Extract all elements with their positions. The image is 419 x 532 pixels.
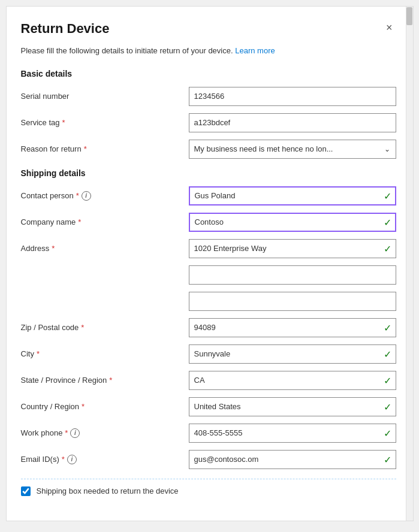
service-tag-required: * bbox=[62, 118, 65, 127]
serial-number-row: Serial number bbox=[21, 87, 396, 106]
basic-details-section: Basic details Serial number Service tag … bbox=[21, 69, 396, 159]
learn-more-link[interactable]: Learn more bbox=[235, 46, 275, 55]
email-info-icon[interactable]: i bbox=[67, 455, 77, 464]
scrollbar[interactable] bbox=[406, 7, 413, 521]
address2-input-container bbox=[189, 265, 396, 285]
country-required: * bbox=[82, 402, 85, 411]
shipping-box-row: Shipping box needed to return the device bbox=[21, 479, 396, 496]
contact-required: * bbox=[76, 191, 79, 200]
reason-return-select[interactable]: My business need is met hence no lon... bbox=[189, 140, 396, 159]
shipping-details-section: Shipping details Contact person * i ✓ Co… bbox=[21, 168, 396, 469]
address-required: * bbox=[52, 244, 55, 253]
country-row: Country / Region * ✓ bbox=[21, 397, 396, 416]
scrollbar-thumb bbox=[406, 7, 412, 25]
email-row: Email ID(s) * i ✓ bbox=[21, 450, 396, 469]
country-label: Country / Region * bbox=[21, 402, 189, 411]
company-name-wrapper: ✓ bbox=[189, 213, 396, 232]
work-phone-input[interactable] bbox=[189, 424, 396, 443]
subtitle: Please fill the following details to ini… bbox=[21, 45, 396, 57]
reason-required: * bbox=[84, 144, 87, 153]
reason-return-label: Reason for return * bbox=[21, 144, 189, 153]
shipping-box-checkbox[interactable] bbox=[21, 486, 31, 496]
state-row: State / Province / Region * ✓ bbox=[21, 371, 396, 390]
serial-number-label: Serial number bbox=[21, 92, 189, 101]
contact-info-icon[interactable]: i bbox=[82, 191, 91, 201]
close-button[interactable]: × bbox=[382, 21, 396, 34]
country-input[interactable] bbox=[189, 397, 396, 416]
zip-code-row: Zip / Postal code * ✓ bbox=[21, 318, 396, 337]
company-required: * bbox=[78, 217, 81, 226]
subtitle-text: Please fill the following details to ini… bbox=[21, 46, 233, 55]
dialog-header: Return Device × bbox=[21, 21, 396, 37]
address3-row bbox=[21, 292, 396, 311]
work-phone-required: * bbox=[65, 428, 68, 437]
work-phone-label: Work phone * i bbox=[21, 428, 189, 438]
return-device-dialog: Return Device × Please fill the followin… bbox=[6, 6, 414, 521]
email-required: * bbox=[62, 455, 65, 464]
shipping-details-title: Shipping details bbox=[21, 168, 396, 178]
reason-return-row: Reason for return * My business need is … bbox=[21, 140, 396, 159]
zip-required: * bbox=[81, 323, 84, 332]
reason-return-dropdown-wrapper: My business need is met hence no lon... … bbox=[189, 140, 396, 159]
company-name-input[interactable] bbox=[189, 213, 396, 232]
email-input[interactable] bbox=[189, 450, 396, 469]
shipping-box-label: Shipping box needed to return the device bbox=[37, 486, 179, 495]
city-label: City * bbox=[21, 349, 189, 358]
address3-input-container bbox=[189, 292, 396, 311]
basic-details-title: Basic details bbox=[21, 69, 396, 78]
email-label: Email ID(s) * i bbox=[21, 455, 189, 464]
address2-row bbox=[21, 265, 396, 285]
zip-wrapper: ✓ bbox=[189, 318, 396, 337]
country-wrapper: ✓ bbox=[189, 397, 396, 416]
contact-person-input[interactable] bbox=[189, 186, 396, 205]
service-tag-label: Service tag * bbox=[21, 118, 189, 127]
company-name-label: Company name * bbox=[21, 217, 189, 226]
city-required: * bbox=[37, 349, 40, 358]
address-wrapper: ✓ bbox=[189, 239, 396, 258]
state-required: * bbox=[109, 376, 112, 385]
address-row: Address * ✓ bbox=[21, 239, 396, 258]
service-tag-input[interactable] bbox=[189, 113, 396, 132]
zip-code-input[interactable] bbox=[189, 318, 396, 337]
contact-person-label: Contact person * i bbox=[21, 191, 189, 201]
contact-person-row: Contact person * i ✓ bbox=[21, 186, 396, 205]
city-row: City * ✓ bbox=[21, 344, 396, 364]
address-label: Address * bbox=[21, 244, 189, 253]
work-phone-row: Work phone * i ✓ bbox=[21, 424, 396, 443]
work-phone-wrapper: ✓ bbox=[189, 424, 396, 443]
state-input[interactable] bbox=[189, 371, 396, 390]
work-phone-info-icon[interactable]: i bbox=[70, 428, 80, 438]
zip-code-label: Zip / Postal code * bbox=[21, 323, 189, 332]
state-label: State / Province / Region * bbox=[21, 376, 189, 385]
city-wrapper: ✓ bbox=[189, 344, 396, 364]
email-wrapper: ✓ bbox=[189, 450, 396, 469]
company-name-row: Company name * ✓ bbox=[21, 213, 396, 232]
state-wrapper: ✓ bbox=[189, 371, 396, 390]
dialog-title: Return Device bbox=[21, 21, 110, 37]
city-input[interactable] bbox=[189, 344, 396, 364]
address3-input[interactable] bbox=[189, 292, 396, 310]
serial-number-input[interactable] bbox=[189, 87, 396, 106]
address-input[interactable] bbox=[189, 239, 396, 258]
service-tag-row: Service tag * bbox=[21, 113, 396, 132]
contact-person-wrapper: ✓ bbox=[189, 186, 396, 205]
address2-input[interactable] bbox=[189, 266, 396, 284]
